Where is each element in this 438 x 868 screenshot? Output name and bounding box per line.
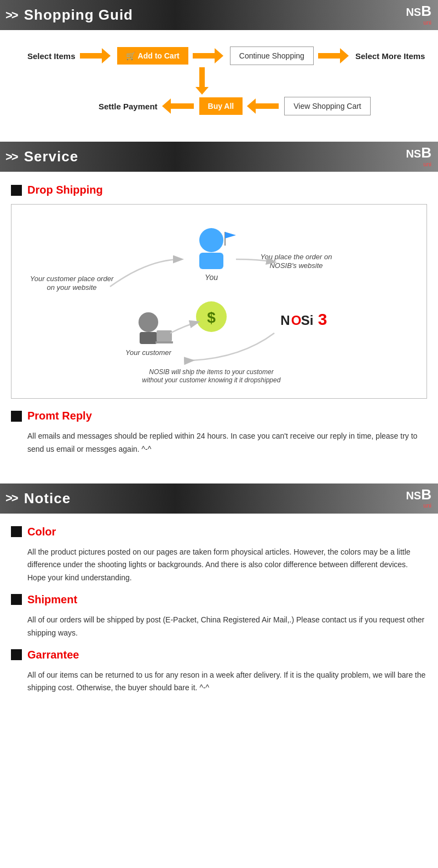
- shopping-guide-title: Shopping Guid: [24, 7, 133, 24]
- color-bullet-icon: [11, 526, 22, 537]
- nsb-logo: NSB uni: [406, 3, 431, 26]
- svg-text:Your customer place order: Your customer place order: [30, 275, 114, 283]
- svg-text:N: N: [280, 313, 290, 328]
- notice-content: Color All the product pictures posted on…: [0, 514, 438, 715]
- arrow2-icon: [193, 48, 226, 63]
- shopping-guide-header: >> Shopping Guid NSB uni: [0, 0, 438, 30]
- svg-rect-16: [140, 332, 157, 344]
- promt-reply-title: Promt Reply: [27, 410, 92, 422]
- buy-all-button[interactable]: Buy All: [199, 97, 243, 115]
- shipment-title: Shipment: [27, 593, 77, 606]
- svg-text:$: $: [207, 309, 216, 326]
- bullet-square2-icon: [11, 411, 22, 422]
- arrow3-icon: [318, 48, 351, 63]
- svg-text:NOSIB will ship the items to y: NOSIB will ship the items to your custom…: [149, 368, 274, 376]
- color-title: Color: [27, 526, 56, 538]
- svg-text:O: O: [291, 313, 302, 328]
- notice-chevrons-icon: >>: [5, 491, 18, 505]
- svg-text:You: You: [205, 273, 218, 282]
- garrantee-heading: Garrantee: [11, 649, 427, 661]
- garrantee-title: Garrantee: [27, 649, 79, 661]
- continue-shopping-button[interactable]: Continue Shopping: [230, 46, 314, 65]
- svg-marker-5: [225, 232, 236, 238]
- drop-shipping-heading: Drop Shipping: [11, 184, 427, 196]
- notice-header: >> Notice NSB uni: [0, 483, 438, 514]
- svg-rect-17: [157, 330, 172, 341]
- arrow-down-icon: [197, 67, 208, 95]
- svg-text:Si: Si: [301, 313, 314, 328]
- service-content: Drop Shipping Your customer place order …: [0, 172, 438, 467]
- garrantee-text: All of our items can be returned to us f…: [11, 669, 427, 695]
- svg-point-2: [199, 228, 223, 252]
- service-section: >> Service NSB uni Drop Shipping Your cu…: [0, 142, 438, 467]
- drop-shipping-diagram: Your customer place order on your websit…: [22, 215, 395, 385]
- select-more-items-label: Select More Items: [355, 51, 425, 61]
- promt-reply-text: All emails and messages should be replie…: [11, 430, 427, 456]
- svg-text:on your website: on your website: [47, 283, 96, 292]
- cart-icon: 🛒: [126, 51, 135, 60]
- shopping-guide-section: >> Shopping Guid NSB uni Select Items 🛒 …: [0, 0, 438, 132]
- shipment-bullet-icon: [11, 594, 22, 605]
- svg-rect-3: [199, 253, 223, 269]
- color-heading: Color: [11, 526, 427, 538]
- service-title: Service: [24, 148, 79, 165]
- service-header: >> Service NSB uni: [0, 142, 438, 172]
- garrantee-bullet-icon: [11, 649, 22, 660]
- service-chevrons-icon: >>: [5, 150, 18, 164]
- svg-text:without your customer knowing : without your customer knowing it it drop…: [142, 376, 281, 384]
- notice-nsb-logo: NSB uni: [406, 487, 431, 509]
- drop-shipping-diagram-box: Your customer place order on your websit…: [11, 204, 427, 399]
- settle-payment-label: Settle Payment: [99, 102, 158, 111]
- svg-text:You place the order on: You place the order on: [261, 253, 332, 261]
- svg-text:3: 3: [318, 310, 327, 328]
- chevrons-icon: >>: [5, 8, 18, 22]
- promt-reply-heading: Promt Reply: [11, 410, 427, 422]
- shopping-guide-content: Select Items 🛒 Add to Cart Continue Shop…: [0, 30, 438, 132]
- shipment-text: All of our orders will be shipped by pos…: [11, 614, 427, 640]
- svg-rect-18: [155, 341, 173, 343]
- color-text: All the product pictures posted on our p…: [11, 546, 427, 585]
- select-items-label: Select Items: [27, 51, 76, 61]
- add-to-cart-button[interactable]: 🛒 Add to Cart: [117, 47, 188, 65]
- arrow4-icon: [162, 98, 195, 114]
- arrow5-icon: [247, 98, 280, 114]
- notice-section: >> Notice NSB uni Color All the product …: [0, 483, 438, 715]
- drop-shipping-title: Drop Shipping: [27, 184, 103, 196]
- svg-text:Your customer: Your customer: [125, 348, 171, 357]
- notice-title: Notice: [24, 490, 71, 507]
- arrow1-icon: [80, 48, 113, 63]
- shipment-heading: Shipment: [11, 593, 427, 606]
- svg-point-15: [139, 312, 158, 332]
- service-nsb-logo: NSB uni: [406, 145, 431, 167]
- view-shopping-cart-button[interactable]: View Shopping Cart: [284, 97, 370, 115]
- bullet-square-icon: [11, 185, 22, 196]
- svg-text:NOSIB's website: NOSIB's website: [269, 261, 322, 270]
